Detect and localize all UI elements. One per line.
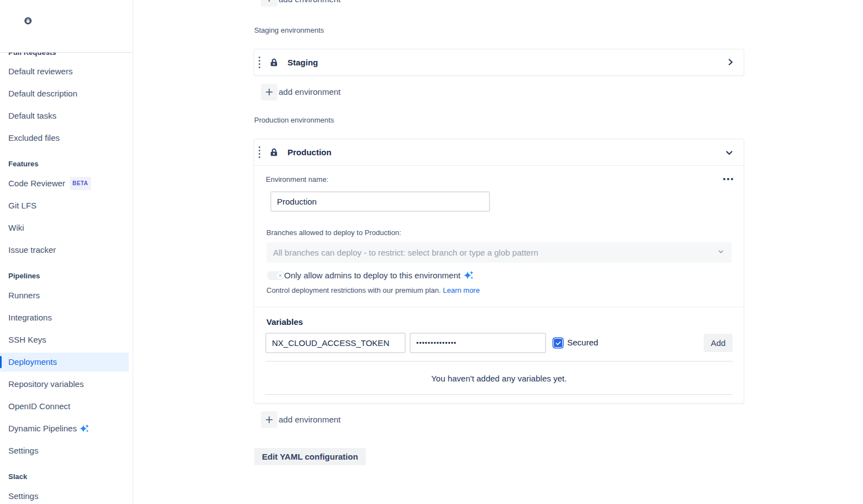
unlock-icon [269,58,279,67]
toggle-cross-icon: × [277,272,284,279]
sidebar-item-integrations[interactable]: Integrations [8,312,52,323]
sidebar-item-slack-settings[interactable]: Settings [8,491,38,502]
plus-icon [265,415,274,424]
sidebar-item-label: Dynamic Pipelines [8,423,77,434]
chevron-down-icon [717,248,725,257]
variables-list-divider-bottom [265,394,733,395]
settings-sidebar: Pull Requests </> nx-agents-test-repo De… [0,0,133,504]
plus-icon [265,0,274,3]
sidebar-item-deployments[interactable]: Deployments [0,353,129,371]
sidebar-heading-features: Features [8,160,38,169]
variables-list-divider-top [265,361,733,362]
environment-name-input[interactable] [270,191,490,212]
chevron-right-icon[interactable] [726,58,735,67]
secured-label: Secured [567,338,598,347]
sidebar-item-label: Deployments [8,357,57,368]
sparkles-icon [463,270,474,281]
edit-yaml-configuration-button[interactable]: Edit YAML configuration [254,448,366,465]
add-environment-button-clipped[interactable] [261,0,277,7]
empty-variables-text: You haven't added any variables yet. [254,374,744,383]
branches-allowed-label: Branches allowed to deploy to Production… [266,228,401,237]
premium-plan-note: Control deployment restrictions with our… [266,286,480,294]
production-environments-label: Production environments [254,116,334,124]
add-variable-button[interactable]: Add [704,334,733,352]
secured-checkbox[interactable] [553,338,563,348]
check-icon [555,340,562,347]
sidebar-item-excluded-files[interactable]: Excluded files [8,133,60,144]
sidebar-item-label: Code Reviewer [8,178,65,189]
sidebar-item-wiki[interactable]: Wiki [8,222,24,233]
chevron-down-icon[interactable] [725,149,734,157]
staging-environment-card[interactable]: Staging [254,49,744,75]
card-header-divider [254,165,744,166]
sidebar-item-default-tasks[interactable]: Default tasks [8,110,57,121]
private-repo-lock-badge [23,16,33,26]
branch-restriction-select[interactable]: All branches can deploy - to restrict: s… [266,242,731,263]
add-environment-label-production[interactable]: add environment [279,415,341,424]
admins-only-toggle-label: Only allow admins to deploy to this envi… [284,270,474,281]
branch-restriction-placeholder: All branches can deploy - to restrict: s… [273,248,538,257]
sidebar-item-repository-variables[interactable]: Repository variables [8,379,84,390]
unlock-icon [269,147,279,157]
lock-icon [26,18,31,23]
sidebar-item-openid-connect[interactable]: OpenID Connect [8,401,70,412]
admins-only-toggle[interactable]: × [267,271,285,280]
sidebar-item-default-reviewers[interactable]: Default reviewers [8,66,73,77]
variable-value-input[interactable] [410,333,546,353]
sidebar-item-dynamic-pipelines[interactable]: Dynamic Pipelines [8,423,89,434]
sidebar-item-git-lfs[interactable]: Git LFS [8,200,37,211]
variable-name-input[interactable] [265,333,406,353]
sidebar-item-pipelines-settings[interactable]: Settings [8,445,38,456]
sparkles-icon [79,424,89,434]
sidebar-item-issue-tracker[interactable]: Issue tracker [8,245,56,256]
add-environment-label-staging[interactable]: add environment [279,87,341,96]
repo-header [0,0,133,53]
staging-environments-label: Staging environments [254,26,324,34]
active-indicator-bar [0,356,2,368]
add-environment-label-clipped[interactable]: add environment [279,0,341,4]
environment-name-label: Environment name: [266,175,329,184]
plus-icon [265,88,274,96]
variables-heading: Variables [266,317,303,327]
more-options-icon[interactable] [723,178,733,180]
variables-section-divider [254,307,744,307]
sidebar-item-code-reviewer[interactable]: Code Reviewer BETA [8,178,91,189]
production-card-title: Production [287,147,331,157]
beta-badge: BETA [70,177,91,190]
learn-more-link[interactable]: Learn more [443,286,480,294]
add-environment-button-staging[interactable] [261,84,277,100]
deployments-settings-page: Pull Requests </> nx-agents-test-repo De… [0,0,863,504]
sidebar-item-runners[interactable]: Runners [8,290,40,301]
sidebar-heading-pipelines: Pipelines [8,272,40,281]
sidebar-item-ssh-keys[interactable]: SSH Keys [8,334,46,345]
sidebar-item-default-description[interactable]: Default description [8,88,77,99]
sidebar-heading-slack: Slack [8,472,27,481]
drag-handle-icon[interactable] [259,57,260,68]
staging-card-title: Staging [287,58,318,67]
drag-handle-icon[interactable] [259,146,260,158]
add-environment-button-production[interactable] [261,411,277,428]
